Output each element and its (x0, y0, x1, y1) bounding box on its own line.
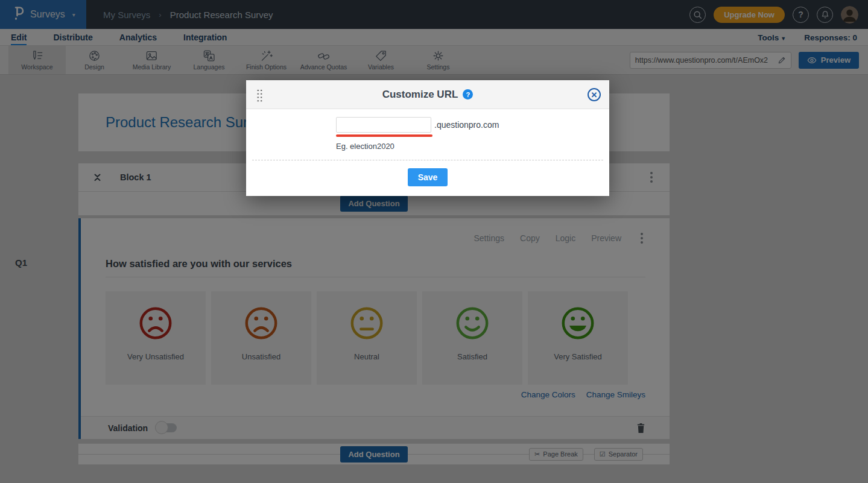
dashed-divider (252, 160, 603, 160)
modal-body: .questionpro.com Eg. election2020 Save (246, 109, 609, 196)
save-row: Save (246, 168, 609, 186)
drag-handle-icon[interactable] (256, 89, 262, 102)
modal-backdrop (0, 0, 868, 483)
custom-url-input-stack (336, 117, 432, 137)
modal-help-icon[interactable]: ? (463, 89, 473, 99)
custom-url-row: .questionpro.com (336, 117, 609, 137)
modal-title: Customize URL ? (382, 89, 474, 101)
close-icon[interactable]: ✕ (588, 88, 601, 101)
customize-url-modal: Customize URL ? ✕ .questionpro.com Eg. e… (246, 80, 609, 196)
modal-header: Customize URL ? ✕ (246, 80, 609, 109)
save-button[interactable]: Save (408, 168, 448, 186)
custom-url-input[interactable] (336, 117, 431, 133)
error-underline (336, 134, 432, 137)
example-hint: Eg. election2020 (336, 142, 609, 151)
domain-suffix: .questionpro.com (434, 120, 499, 130)
app-root: Surveys ▾ My Surveys › Product Research … (0, 0, 868, 483)
